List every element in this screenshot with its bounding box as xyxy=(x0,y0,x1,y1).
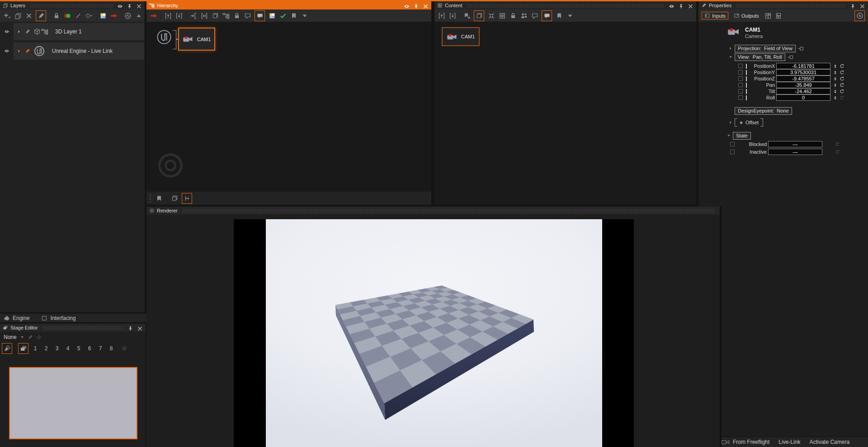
pin-button[interactable] xyxy=(127,325,133,331)
keyframe-checkbox[interactable] xyxy=(738,83,743,87)
bubble-filled-button[interactable] xyxy=(255,10,265,21)
bubble-button[interactable] xyxy=(244,11,251,20)
io-stack-button[interactable] xyxy=(775,11,783,20)
offset-group[interactable]: Offset xyxy=(735,118,763,127)
pencil-button[interactable] xyxy=(36,10,46,21)
view-selector[interactable]: View: Pan, Tilt, Roll xyxy=(735,53,785,61)
telemetry-button[interactable] xyxy=(854,10,865,21)
status-live-link[interactable]: Live-Link xyxy=(778,439,800,445)
stage-settings-icon[interactable] xyxy=(122,346,127,351)
caret-right-icon[interactable] xyxy=(16,48,22,54)
stage-selector-value[interactable]: None xyxy=(4,334,17,340)
slash-button[interactable] xyxy=(74,11,82,20)
design-eyepoint-selector[interactable]: DesignEyepoint: None xyxy=(735,107,792,115)
spinner-icon[interactable] xyxy=(833,64,838,69)
caret-right-icon[interactable] xyxy=(16,29,22,34)
tab-inputs[interactable]: Inputs xyxy=(702,12,728,19)
hierarchy-titlebar[interactable]: Hierarchy xyxy=(146,1,431,9)
close-button[interactable] xyxy=(859,3,865,9)
render-viewport[interactable] xyxy=(266,219,602,447)
keyframe-checkbox[interactable] xyxy=(738,89,743,94)
caret-down-button[interactable] xyxy=(301,11,308,20)
stage-view-button[interactable] xyxy=(18,343,28,354)
reset-icon[interactable] xyxy=(835,142,840,147)
content-canvas[interactable]: CAM1 xyxy=(434,22,696,205)
content-titlebar[interactable]: Content xyxy=(434,1,696,9)
stage-page-1[interactable]: 1 xyxy=(31,345,39,352)
h-bracket-button[interactable] xyxy=(200,11,208,20)
eye-icon[interactable] xyxy=(4,48,9,54)
pin-button[interactable] xyxy=(127,3,132,9)
close-button[interactable] xyxy=(688,3,693,9)
check-button[interactable] xyxy=(279,11,287,20)
add-button[interactable] xyxy=(3,11,11,20)
bubble-button[interactable] xyxy=(531,11,538,20)
reset-icon[interactable] xyxy=(840,70,844,75)
keyframe-checkbox[interactable] xyxy=(738,95,743,100)
pencil-icon[interactable] xyxy=(25,29,30,34)
stage-page-2[interactable]: 2 xyxy=(42,345,50,352)
delete-button[interactable] xyxy=(25,11,33,20)
clear-stage-button[interactable] xyxy=(2,343,12,354)
drag-grip[interactable] xyxy=(149,194,151,203)
layers-titlebar[interactable]: Layers xyxy=(0,1,145,9)
bracket-down-button[interactable] xyxy=(448,11,456,20)
people-button[interactable] xyxy=(520,11,528,20)
reset-icon[interactable] xyxy=(840,89,844,94)
caret-down-button[interactable] xyxy=(566,11,574,20)
state-checkbox[interactable] xyxy=(730,150,735,154)
lock-button[interactable] xyxy=(233,11,241,20)
palette-button[interactable] xyxy=(268,11,276,20)
layers-copy-button[interactable] xyxy=(474,10,484,21)
io-split-button[interactable] xyxy=(764,11,772,20)
stage-page-4[interactable]: 4 xyxy=(64,345,72,352)
move-icon[interactable] xyxy=(36,334,42,340)
stage-page-7[interactable]: 7 xyxy=(96,345,104,352)
content-item-cam1[interactable]: CAM1 xyxy=(442,27,480,46)
pin-button[interactable] xyxy=(678,3,684,9)
layer-row-3d-layer-1[interactable]: 3D Layer 1 xyxy=(14,23,144,40)
into-bracket-button[interactable] xyxy=(189,11,197,20)
link-icon[interactable] xyxy=(787,54,793,60)
stage-page-8[interactable]: 8 xyxy=(107,345,115,352)
state-section-header[interactable]: State xyxy=(733,132,751,140)
track-button[interactable] xyxy=(182,193,192,204)
flag-button[interactable] xyxy=(290,11,297,20)
reset-icon[interactable] xyxy=(840,95,844,100)
spinner-icon[interactable] xyxy=(833,76,838,81)
collapse-icon[interactable] xyxy=(728,55,733,59)
layer-row-unreal-engine-live-link[interactable]: Unreal Engine - Live Link xyxy=(14,42,144,60)
expand-icon[interactable] xyxy=(728,120,733,125)
positionz-value-input[interactable]: -9.478557 xyxy=(776,75,830,82)
reset-icon[interactable] xyxy=(840,83,844,88)
spinner-icon[interactable] xyxy=(833,83,838,88)
tilt-value-input[interactable]: -24.462 xyxy=(776,88,830,94)
duplicate-button[interactable] xyxy=(14,11,22,20)
status-from-freeflight[interactable]: From Freeflight xyxy=(721,439,769,445)
waveform-button[interactable] xyxy=(124,11,132,20)
stage-preview-viewport[interactable] xyxy=(9,367,137,439)
inactive-value[interactable]: — xyxy=(768,149,822,155)
red-arrow-button[interactable] xyxy=(150,11,157,20)
flag-button[interactable] xyxy=(155,194,163,203)
layers-copy-button[interactable] xyxy=(170,194,178,203)
stage-page-5[interactable]: 5 xyxy=(75,345,83,352)
renderer-titlebar[interactable]: Renderer xyxy=(146,207,720,215)
roll-value-input[interactable]: 0 xyxy=(776,94,830,101)
keyframe-checkbox[interactable] xyxy=(738,64,743,68)
flag-dot-button[interactable] xyxy=(463,11,471,20)
spinner-icon[interactable] xyxy=(833,70,838,75)
bracket-up-button[interactable] xyxy=(164,11,172,20)
spinner-icon[interactable] xyxy=(833,95,838,100)
hierarchy-canvas[interactable]: CAM1 xyxy=(146,22,431,192)
eye-button[interactable] xyxy=(669,3,675,9)
stage-editor-titlebar[interactable]: Stage Editor xyxy=(0,324,146,332)
stage-page-6[interactable]: 6 xyxy=(85,345,94,352)
pan-value-input[interactable]: -35.849 xyxy=(776,82,830,88)
bubble-filled-button[interactable] xyxy=(542,10,552,21)
edit-stage-icon[interactable] xyxy=(28,334,33,340)
bracket-down-button[interactable] xyxy=(175,11,183,20)
pencil-icon[interactable] xyxy=(25,48,30,54)
red-arrow-button[interactable] xyxy=(110,11,118,20)
reset-icon[interactable] xyxy=(840,64,844,69)
